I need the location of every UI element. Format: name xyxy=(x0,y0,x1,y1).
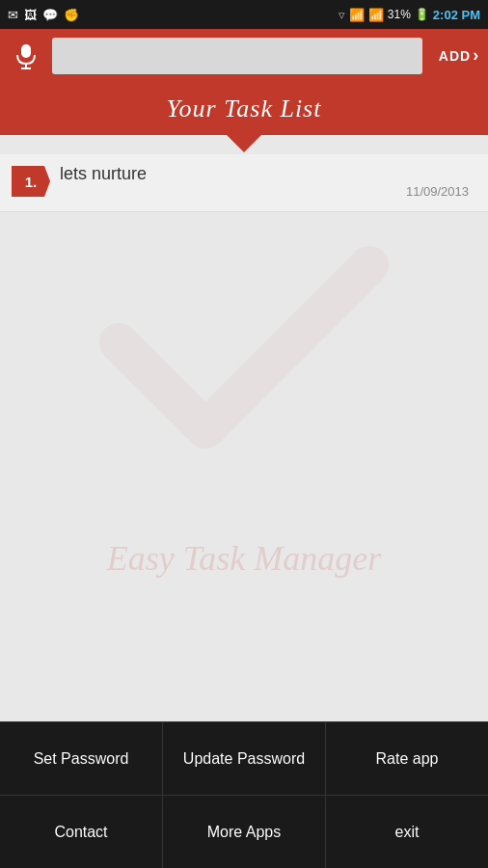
set-password-button[interactable]: Set Password xyxy=(0,722,163,795)
status-bar: ✉ 🖼 💬 ✊ ▿ 📶 📶 31% 🔋 2:02 PM xyxy=(0,0,488,29)
watermark-checkmark xyxy=(99,231,389,476)
battery-percent: 31% xyxy=(388,8,411,21)
menu-row-2: Contact More Apps exit xyxy=(0,795,488,868)
task-title: lets nurture xyxy=(60,164,476,184)
whatsapp-icon: 💬 xyxy=(42,8,58,22)
task-item[interactable]: 1. lets nurture 11/09/2013 xyxy=(0,154,488,212)
task-number: 1. xyxy=(25,174,38,190)
rate-app-button[interactable]: Rate app xyxy=(326,722,488,795)
battery-icon: 🔋 xyxy=(415,8,429,21)
watermark-text: Easy Task Manager xyxy=(0,538,488,579)
signal-icon: 📶 xyxy=(349,8,365,22)
status-left-icons: ✉ 🖼 💬 ✊ xyxy=(8,8,79,22)
task-number-container: 1. xyxy=(12,164,60,197)
gmail-icon: ✉ xyxy=(8,8,18,22)
task-number-badge: 1. xyxy=(12,166,50,197)
bottom-menu: Set Password Update Password Rate app Co… xyxy=(0,721,488,868)
wifi-icon: ▿ xyxy=(339,8,345,22)
update-password-button[interactable]: Update Password xyxy=(163,722,326,795)
clock: 2:02 PM xyxy=(433,8,480,22)
contact-button[interactable]: Contact xyxy=(0,796,163,868)
signal-icon-2: 📶 xyxy=(368,8,384,22)
mic-button[interactable] xyxy=(8,38,44,74)
search-input[interactable] xyxy=(52,38,422,74)
title-bar: Your Task List xyxy=(0,82,488,135)
page-title: Your Task List xyxy=(167,95,322,123)
chevron-right-icon: › xyxy=(473,45,479,66)
svg-rect-0 xyxy=(21,44,31,58)
menu-row-1: Set Password Update Password Rate app xyxy=(0,721,488,795)
watermark-area: Easy Task Manager xyxy=(0,212,488,637)
task-text-area: lets nurture 11/09/2013 xyxy=(60,164,476,199)
photo-icon: 🖼 xyxy=(24,8,37,22)
fist-icon: ✊ xyxy=(64,8,79,22)
status-right-info: ▿ 📶 📶 31% 🔋 2:02 PM xyxy=(339,8,480,22)
exit-button[interactable]: exit xyxy=(326,796,488,868)
add-button[interactable]: ADD › xyxy=(430,38,488,74)
more-apps-button[interactable]: More Apps xyxy=(163,796,326,868)
search-bar: ADD › xyxy=(0,29,488,82)
task-date: 11/09/2013 xyxy=(60,184,476,199)
